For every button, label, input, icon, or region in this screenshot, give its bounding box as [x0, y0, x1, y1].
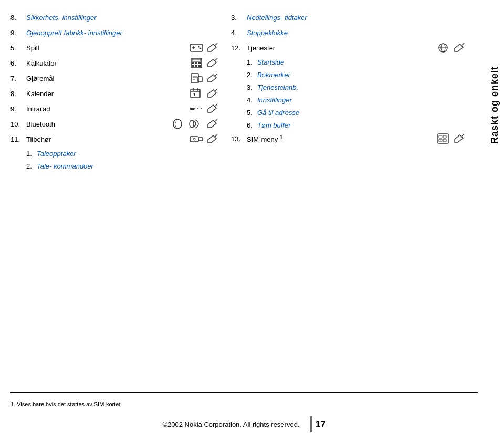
- sub-item-link[interactable]: Taleopptaker: [37, 150, 76, 158]
- game-icon: [189, 42, 204, 54]
- list-item: 5. Spill: [10, 41, 220, 55]
- edit-icon: [453, 42, 467, 54]
- sub-item-link[interactable]: Bokmerker: [257, 71, 290, 79]
- item-text: Tjenester: [247, 44, 275, 52]
- svg-rect-8: [192, 62, 194, 64]
- svg-line-40: [215, 134, 217, 137]
- list-item: 2. Tale- kommandoer: [26, 160, 220, 172]
- list-item: 3. Nedtellings- tidtaker: [231, 11, 467, 24]
- list-item: 2. Bokmerker: [247, 69, 467, 80]
- edit-icon: [206, 72, 220, 84]
- copyright-text: ©2002 Nokia Corporation. All rights rese…: [162, 421, 299, 428]
- list-item: 10. Bluetooth ) ): [10, 117, 220, 131]
- sub-item-link[interactable]: Innstillinger: [257, 96, 292, 104]
- edit-icon: [206, 88, 220, 99]
- item-number: 11.: [10, 135, 26, 143]
- svg-rect-11: [192, 65, 194, 67]
- footnote-text: 1. Vises bare hvis det støttes av SIM-ko…: [10, 401, 122, 407]
- svg-rect-12: [195, 65, 197, 67]
- item-number: 7.: [10, 75, 26, 82]
- item-text: Gjøremål: [26, 75, 54, 82]
- item-link[interactable]: Sikkerhets- innstillinger: [26, 14, 97, 22]
- list-item: 6. Kalkulator: [10, 56, 220, 70]
- sidebar-label-container: Raskt og enkelt: [485, 0, 504, 210]
- item-number: 13.: [231, 135, 247, 143]
- item-number: 8.: [10, 90, 26, 98]
- sub-item-number: 6.: [247, 121, 257, 129]
- svg-rect-15: [191, 74, 198, 83]
- svg-line-14: [215, 58, 217, 60]
- icon-group: ) ): [172, 118, 220, 130]
- svg-rect-38: [198, 138, 203, 141]
- item-link[interactable]: Stoppeklokke: [247, 29, 288, 37]
- sub-item-number: 1.: [26, 150, 37, 158]
- list-item: 8. Kalender 1: [10, 87, 220, 100]
- item-link[interactable]: Gjenopprett fabrikk- innstillinger: [26, 29, 122, 37]
- icon-group: [189, 42, 220, 54]
- copyright-bar: ©2002 Nokia Corporation. All rights rese…: [10, 416, 478, 432]
- item-text: Spill: [26, 44, 39, 52]
- icon-group: [189, 103, 220, 114]
- sub-item-link[interactable]: Startside: [257, 58, 284, 66]
- edit-icon: [206, 42, 220, 54]
- right-column: 3. Nedtellings- tidtaker 4. Stoppeklokke…: [231, 11, 467, 173]
- sub-item-number: 4.: [247, 96, 257, 104]
- accessories-icon: [189, 133, 204, 145]
- list-item: 4. Stoppeklokke: [231, 26, 467, 39]
- item-text: SIM-meny 1: [247, 134, 283, 143]
- svg-text:): ): [175, 121, 177, 127]
- footer-divider: [10, 392, 478, 393]
- svg-text:): ): [173, 121, 175, 127]
- svg-rect-47: [443, 135, 446, 138]
- item-number: 8.: [10, 14, 26, 22]
- item-number: 3.: [231, 14, 247, 22]
- svg-rect-46: [439, 135, 442, 138]
- globe-icon: [436, 42, 450, 54]
- list-item: 9. Infrarød: [10, 102, 220, 116]
- svg-point-35: [190, 120, 194, 128]
- list-item: 12. Tjenester: [231, 41, 467, 55]
- svg-rect-27: [190, 108, 194, 110]
- edit-icon: [206, 133, 220, 145]
- sub-item-number: 2.: [247, 71, 257, 79]
- sub-item-number: 2.: [26, 162, 37, 170]
- sub-item-link[interactable]: Tale- kommandoer: [37, 162, 93, 170]
- icon-group: 1: [189, 88, 220, 99]
- sub-item-link[interactable]: Tjenesteinnb.: [257, 83, 298, 91]
- svg-text:1: 1: [193, 92, 196, 97]
- svg-line-36: [215, 119, 217, 121]
- calculator-icon: [189, 57, 204, 69]
- list-item: 9. Gjenopprett fabrikk- innstillinger: [10, 26, 220, 39]
- page-container: Raskt og enkelt 8. Sikkerhets- innstilli…: [0, 0, 504, 440]
- list-item: 3. Tjenesteinnb.: [247, 81, 467, 93]
- item-text: Infrarød: [26, 105, 50, 113]
- item-text: Bluetooth: [26, 120, 55, 128]
- sim-icon: [436, 133, 450, 144]
- icon-group: [436, 133, 467, 144]
- sidebar-label: Raskt og enkelt: [489, 66, 500, 144]
- list-item: 7. Gjøremål: [10, 71, 220, 85]
- list-item: 8. Sikkerhets- innstillinger: [10, 11, 220, 24]
- item-number: 5.: [10, 44, 26, 52]
- svg-rect-13: [198, 65, 201, 67]
- item-number: 4.: [231, 29, 247, 37]
- svg-point-3: [198, 46, 200, 48]
- svg-point-4: [200, 48, 202, 49]
- icon-group: [189, 133, 220, 145]
- edit-icon: [453, 133, 467, 144]
- svg-rect-9: [195, 62, 197, 64]
- svg-rect-7: [192, 59, 201, 61]
- infrared-icon: [189, 103, 204, 114]
- left-column: 8. Sikkerhets- innstillinger 9. Gjenoppr…: [10, 11, 231, 173]
- item-link[interactable]: Nedtellings- tidtaker: [247, 14, 307, 22]
- sub-item-link[interactable]: Tøm buffer: [257, 121, 291, 129]
- svg-line-26: [215, 89, 217, 91]
- item-text: Kalkulator: [26, 59, 57, 67]
- bluetooth-icon: ) ): [172, 118, 187, 130]
- svg-rect-48: [439, 139, 442, 142]
- svg-rect-10: [198, 62, 201, 64]
- svg-line-31: [215, 104, 217, 106]
- svg-line-5: [215, 43, 217, 45]
- item-number: 9.: [10, 105, 26, 113]
- sub-item-link[interactable]: Gå til adresse: [257, 109, 299, 117]
